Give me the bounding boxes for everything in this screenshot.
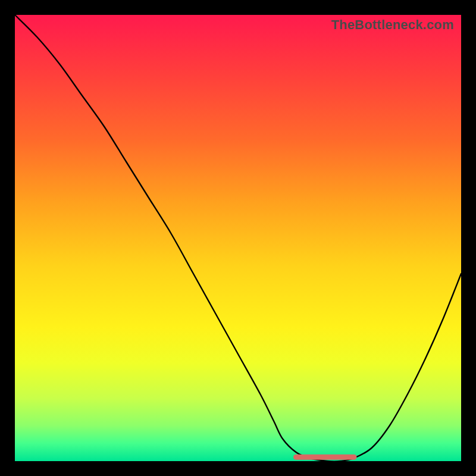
curve-plot: [15, 15, 461, 461]
chart-area: TheBottleneck.com: [15, 15, 461, 461]
bottleneck-curve: [15, 15, 461, 462]
